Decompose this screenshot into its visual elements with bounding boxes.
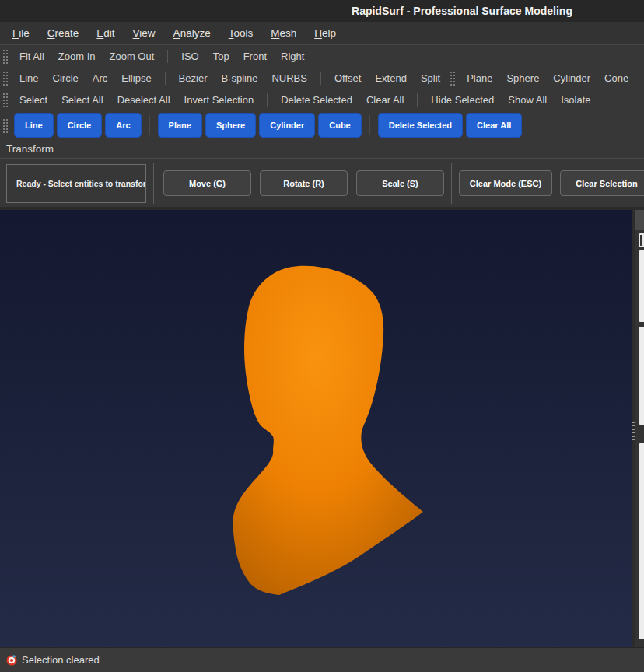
selection-deselect-all-button[interactable]: Deselect All bbox=[111, 91, 177, 109]
toolbar-separator bbox=[417, 93, 418, 107]
rotate-r-button[interactable]: Rotate (R) bbox=[260, 170, 348, 196]
menu-bar: FileCreateEditViewAnalyzeToolsMeshHelp bbox=[0, 22, 644, 45]
quick-actions-clear-all-button[interactable]: Clear All bbox=[466, 113, 522, 138]
curves-line-button[interactable]: Line bbox=[13, 69, 45, 87]
transform-separator bbox=[153, 163, 154, 204]
clipped-panel-fragment bbox=[639, 233, 644, 247]
toolbar-primitives: PlaneSphereCylinderCone bbox=[447, 67, 635, 89]
curves-arc-button[interactable]: Arc bbox=[86, 69, 114, 87]
curves-bezier-button[interactable]: Bezier bbox=[173, 69, 214, 87]
toolbar-grip[interactable] bbox=[2, 117, 8, 133]
clipped-panel-fragment bbox=[639, 327, 644, 425]
view-fit-all-button[interactable]: Fit All bbox=[13, 47, 51, 65]
menu-item-file[interactable]: File bbox=[12, 27, 30, 39]
curves-nurbs-button[interactable]: NURBS bbox=[265, 69, 313, 87]
toolbar-separator bbox=[320, 72, 321, 85]
menu-item-analyze[interactable]: Analyze bbox=[173, 27, 211, 39]
quick-actions-circle-button[interactable]: Circle bbox=[57, 113, 103, 138]
transform-separator bbox=[451, 163, 452, 204]
target-icon bbox=[6, 655, 17, 666]
clipped-panel-fragment bbox=[639, 250, 644, 322]
viewport-canvas[interactable] bbox=[0, 210, 632, 647]
quick-actions-line-button[interactable]: Line bbox=[14, 113, 54, 138]
toolbar-row-create: LineCircleArcEllipseBezierB-splineNURBSO… bbox=[0, 67, 644, 89]
clear-selection-button[interactable]: Clear Selection bbox=[560, 170, 644, 196]
curves-split-button[interactable]: Split bbox=[415, 69, 446, 87]
status-message: Selection cleared bbox=[22, 654, 100, 666]
clipped-panel-fragment bbox=[639, 443, 644, 639]
menu-item-edit[interactable]: Edit bbox=[96, 27, 114, 39]
primitives-cylinder-button[interactable]: Cylinder bbox=[547, 69, 597, 87]
toolbar-separator bbox=[165, 72, 166, 85]
transform-status-box: Ready - Select entities to transform bbox=[6, 164, 146, 203]
toolbar-grip[interactable] bbox=[2, 92, 8, 107]
menu-item-mesh[interactable]: Mesh bbox=[271, 27, 296, 39]
primitives-cone-button[interactable]: Cone bbox=[598, 69, 635, 87]
curves-circle-button[interactable]: Circle bbox=[47, 69, 85, 87]
menu-item-create[interactable]: Create bbox=[47, 27, 79, 39]
window-title: RapidSurf - Professional Surface Modelin… bbox=[352, 5, 572, 17]
toolbar-quick-actions: LineCircleArcPlaneSphereCylinderCubeDele… bbox=[0, 110, 523, 140]
selection-hide-selected-button[interactable]: Hide Selected bbox=[425, 91, 500, 109]
quick-actions-arc-button[interactable]: Arc bbox=[105, 113, 141, 138]
move-g-button[interactable]: Move (G) bbox=[163, 170, 251, 196]
transform-panel-header: Transform bbox=[0, 140, 644, 159]
toolbar-grip[interactable] bbox=[2, 48, 8, 64]
curves-ellipse-button[interactable]: Ellipse bbox=[115, 69, 157, 87]
selection-delete-selected-button[interactable]: Delete Selected bbox=[275, 91, 359, 109]
quick-actions-cylinder-button[interactable]: Cylinder bbox=[259, 113, 315, 138]
primitives-sphere-button[interactable]: Sphere bbox=[500, 69, 545, 87]
toolbar-grip[interactable] bbox=[2, 70, 8, 86]
selection-clear-all-button[interactable]: Clear All bbox=[360, 91, 410, 109]
menu-item-help[interactable]: Help bbox=[314, 27, 336, 39]
toolbar-row-quick-actions: LineCircleArcPlaneSphereCylinderCubeDele… bbox=[0, 110, 644, 140]
scale-s-button[interactable]: Scale (S) bbox=[356, 170, 444, 196]
quick-actions-plane-button[interactable]: Plane bbox=[158, 113, 202, 138]
title-bar: RapidSurf - Professional Surface Modelin… bbox=[0, 0, 644, 22]
view-front-button[interactable]: Front bbox=[237, 47, 273, 65]
clear-mode-esc-button[interactable]: Clear Mode (ESC) bbox=[459, 170, 552, 196]
curves-extend-button[interactable]: Extend bbox=[369, 69, 412, 87]
curves-b-spline-button[interactable]: B-spline bbox=[215, 69, 264, 87]
transform-panel: Ready - Select entities to transform Mov… bbox=[0, 159, 644, 207]
toolbar-curves: LineCircleArcEllipseBezierB-splineNURBSO… bbox=[0, 67, 447, 89]
view-iso-button[interactable]: ISO bbox=[175, 47, 205, 65]
view-top-button[interactable]: Top bbox=[207, 47, 236, 65]
curves-offset-button[interactable]: Offset bbox=[328, 69, 367, 87]
toolbar-row-selection: SelectSelect AllDeselect AllInvert Selec… bbox=[0, 89, 644, 110]
toolbar-selection: SelectSelect AllDeselect AllInvert Selec… bbox=[0, 89, 598, 110]
viewport-3d[interactable] bbox=[0, 210, 632, 647]
right-dock-edge bbox=[632, 210, 644, 647]
clipped-panel-fragment bbox=[635, 210, 644, 230]
primitives-plane-button[interactable]: Plane bbox=[460, 69, 499, 87]
toolbar-separator bbox=[149, 115, 150, 135]
selection-select-button[interactable]: Select bbox=[13, 91, 54, 109]
toolbar-view: Fit AllZoom InZoom OutISOTopFrontRight bbox=[0, 45, 311, 67]
selection-invert-selection-button[interactable]: Invert Selection bbox=[178, 91, 261, 109]
toolbar-separator bbox=[369, 115, 370, 135]
transform-panel-title: Transform bbox=[6, 143, 54, 155]
toolbar-separator bbox=[167, 50, 168, 63]
transform-clear-buttons: Clear Mode (ESC)Clear Selection bbox=[459, 170, 644, 196]
transform-mode-buttons: Move (G)Rotate (R)Scale (S) bbox=[163, 170, 444, 196]
quick-actions-cube-button[interactable]: Cube bbox=[318, 113, 362, 138]
view-right-button[interactable]: Right bbox=[275, 47, 310, 65]
menu-item-tools[interactable]: Tools bbox=[229, 27, 254, 39]
quick-actions-sphere-button[interactable]: Sphere bbox=[205, 113, 256, 138]
toolbar-row-view: Fit AllZoom InZoom OutISOTopFrontRight bbox=[0, 45, 644, 67]
view-zoom-out-button[interactable]: Zoom Out bbox=[103, 47, 160, 65]
splitter-handle-icon[interactable] bbox=[632, 422, 635, 442]
selection-select-all-button[interactable]: Select All bbox=[55, 91, 109, 109]
selection-show-all-button[interactable]: Show All bbox=[502, 91, 553, 109]
status-bar: Selection cleared bbox=[0, 647, 644, 672]
toolbar-grip[interactable] bbox=[450, 70, 455, 86]
menu-item-view[interactable]: View bbox=[133, 27, 156, 39]
quick-actions-delete-selected-button[interactable]: Delete Selected bbox=[378, 113, 463, 138]
view-zoom-in-button[interactable]: Zoom In bbox=[52, 47, 102, 65]
selection-isolate-button[interactable]: Isolate bbox=[555, 91, 597, 109]
toolbar-separator bbox=[267, 93, 268, 107]
dock-splitter[interactable] bbox=[632, 210, 635, 647]
